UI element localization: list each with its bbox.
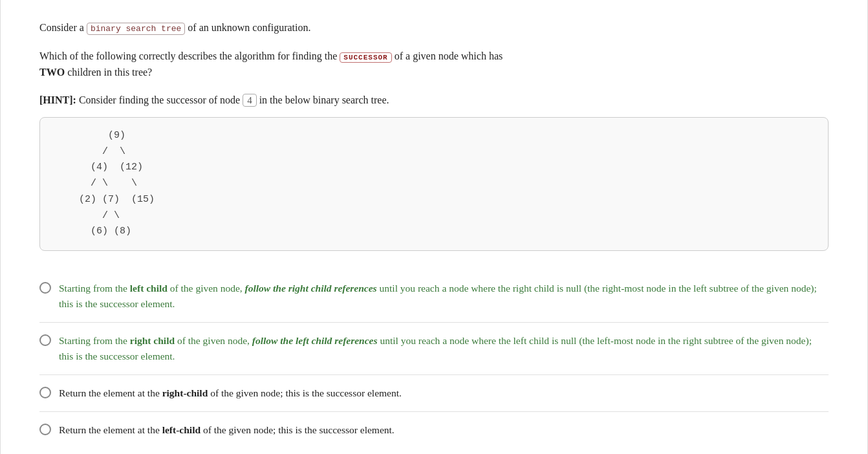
opt-a-p3: of the given node, — [168, 283, 245, 294]
tree-line-7: (6) (8) — [79, 224, 812, 240]
q2-prefix: Which of the following correctly describ… — [39, 50, 340, 61]
hint-suffix: in the below binary search tree. — [257, 94, 389, 105]
radio-b[interactable] — [39, 334, 51, 346]
hint-node: 4 — [243, 94, 257, 107]
opt-c-p1: Return the element at the — [59, 387, 162, 398]
question-line2: Which of the following correctly describ… — [39, 48, 829, 81]
tree-line-2: / \ — [79, 144, 812, 160]
q1-suffix: of an unknown configuration. — [185, 22, 310, 33]
option-row-d: Return the element at the left-child of … — [39, 412, 829, 448]
options-section: Starting from the left child of the give… — [39, 270, 829, 448]
hint-label: [HINT]: — [39, 94, 76, 105]
option-row-a: Starting from the left child of the give… — [39, 270, 829, 323]
opt-b-p1: Starting from the — [59, 335, 130, 346]
tree-line-3: (4) (12) — [79, 160, 812, 176]
opt-b-p4: follow the left child references — [252, 335, 378, 346]
option-text-d: Return the element at the left-child of … — [59, 422, 395, 438]
successor-badge: SUCCESSOR — [340, 52, 391, 63]
opt-d-p3: of the given node; this is the successor… — [201, 424, 395, 435]
tree-diagram: (9) / \ (4) (12) / \ \ (2) (7) (15) / \ … — [39, 117, 829, 251]
bst-code-term: binary search tree — [87, 23, 185, 35]
tree-line-5: (2) (7) (15) — [79, 192, 812, 208]
radio-c[interactable] — [39, 387, 51, 398]
option-text-a: Starting from the left child of the give… — [59, 281, 829, 312]
opt-c-p2: right-child — [162, 387, 208, 398]
opt-d-p1: Return the element at the — [59, 424, 162, 435]
option-text-b: Starting from the right child of the giv… — [59, 333, 829, 364]
option-row-c: Return the element at the right-child of… — [39, 375, 829, 412]
opt-a-p2: left child — [130, 283, 168, 294]
q1-prefix: Consider a — [39, 22, 87, 33]
page-container: Consider a binary search tree of an unkn… — [0, 0, 868, 454]
tree-line-4: / \ \ — [79, 176, 812, 192]
opt-a-p4: follow the right child references — [245, 283, 377, 294]
hint-text: Consider finding the successor of node — [76, 94, 243, 105]
opt-b-p2: right child — [130, 335, 175, 346]
question-line1: Consider a binary search tree of an unkn… — [39, 19, 829, 36]
tree-line-1: (9) — [79, 128, 812, 144]
q2-suffix2: children in this tree? — [65, 67, 152, 78]
q2-suffix: of a given node which has — [392, 50, 503, 61]
opt-b-p3: of the given node, — [175, 335, 252, 346]
hint-line: [HINT]: Consider finding the successor o… — [39, 92, 829, 108]
opt-a-p1: Starting from the — [59, 283, 130, 294]
option-row-b: Starting from the right child of the giv… — [39, 323, 829, 375]
tree-line-6: / \ — [79, 208, 812, 224]
radio-a[interactable] — [39, 282, 51, 294]
opt-d-p2: left-child — [162, 424, 201, 435]
opt-c-p3: of the given node; this is the successor… — [208, 387, 402, 398]
two-bold: TWO — [39, 67, 65, 78]
option-text-c: Return the element at the right-child of… — [59, 385, 402, 401]
radio-d[interactable] — [39, 424, 51, 435]
